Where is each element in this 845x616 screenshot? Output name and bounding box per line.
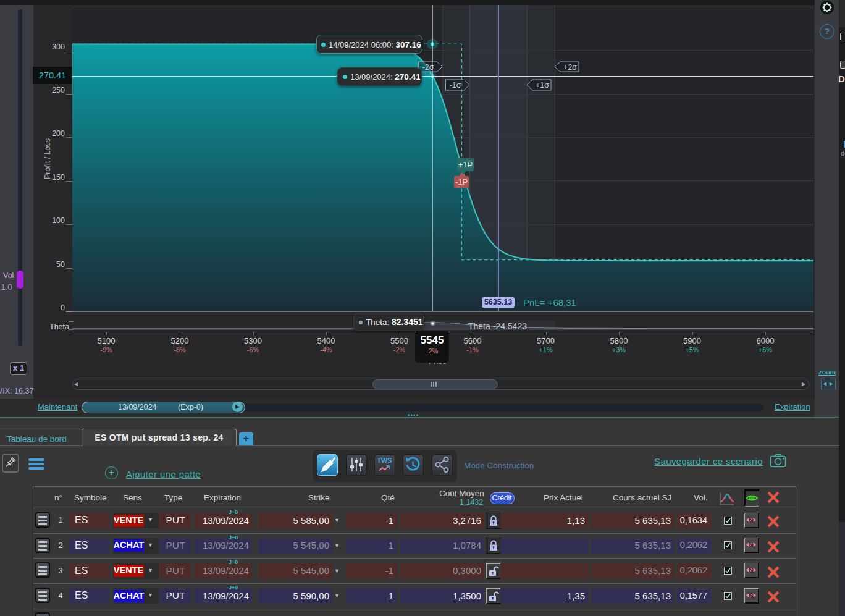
svg-text:-2σ: -2σ: [422, 63, 434, 72]
svg-text:+2σ: +2σ: [563, 63, 577, 72]
svg-text:+1σ: +1σ: [536, 81, 549, 90]
svg-text:-1σ: -1σ: [450, 81, 461, 90]
